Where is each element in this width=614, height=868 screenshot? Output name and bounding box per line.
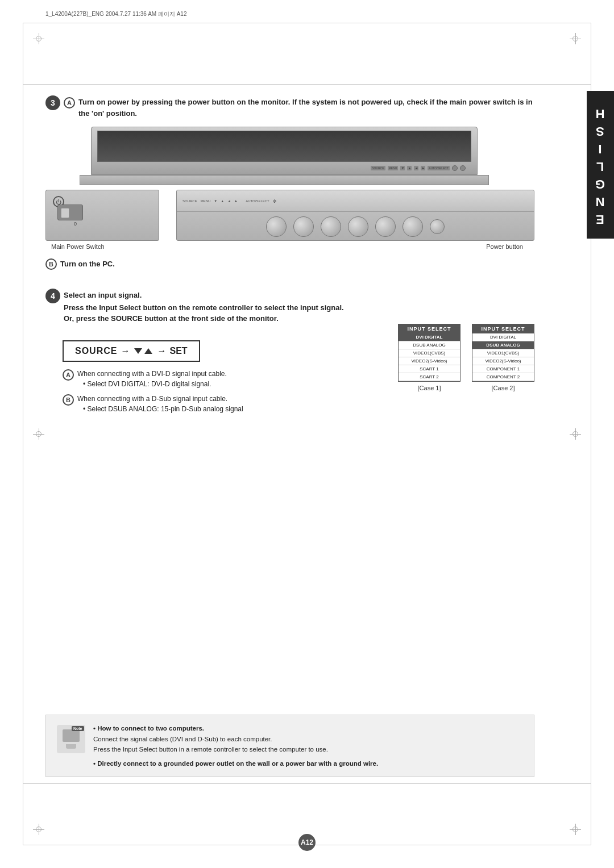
panel-controls-top: SOURCE MENU ▼ ▲ ◄ ► AUTO/SELECT ⏻ xyxy=(177,190,534,212)
step4-title: Select an input signal. xyxy=(64,290,344,301)
arrow2: → xyxy=(157,346,166,356)
case1-label: [Case 1] xyxy=(398,385,460,391)
step4-item-b: B When connecting with a D-Sub signal in… xyxy=(63,394,534,414)
note-box: Note • How to connect to two computers. … xyxy=(45,715,534,777)
main-power-switch-label: Main Power Switch xyxy=(45,243,159,250)
panel-btn-2 xyxy=(293,216,314,237)
labels-row: Main Power Switch Power button xyxy=(45,243,534,250)
note-line1: Connect the signal cables (DVI and D-Sub… xyxy=(93,736,272,742)
ctrl-source: SOURCE xyxy=(371,166,385,170)
content-area: 3 A Turn on power by pressing the power … xyxy=(45,45,569,823)
case2-item-0: DVI DIGITAL xyxy=(472,333,534,341)
panel-right: SOURCE MENU ▼ ▲ ◄ ► AUTO/SELECT ⏻ xyxy=(176,190,534,241)
crosshair-bl xyxy=(33,824,44,835)
ctrl-right: ► xyxy=(421,166,425,170)
monitor-base xyxy=(80,175,489,185)
ctrl-left: ◄ xyxy=(414,166,418,170)
source-word: SOURCE xyxy=(75,346,117,356)
case1-item-0: DVI DIGITAL xyxy=(399,333,460,341)
monitor-illustration: SOURCE MENU ▼ ▲ ◄ ► AUTO/SELECT xyxy=(45,127,534,250)
panel-btn-7 xyxy=(430,219,445,234)
ctrl-up: ▲ xyxy=(407,166,412,170)
step3-section: 3 A Turn on power by pressing the power … xyxy=(45,97,534,270)
triangle-up xyxy=(144,348,152,354)
case1-container: INPUT SELECT DVI DIGITAL DSUB ANALOG VID… xyxy=(398,324,460,391)
case2-item-5: COMPONENT 2 xyxy=(472,373,534,381)
case1-item-2: VIDEO1(CVBS) xyxy=(399,349,460,357)
power-button-label: Power button xyxy=(176,243,534,250)
switch-knob xyxy=(61,208,69,218)
case1-item-3: VIDEO2(S-Video) xyxy=(399,357,460,365)
ctrl-menu: MENU xyxy=(388,166,399,170)
step4-header: 4 Select an input signal. Press the Inpu… xyxy=(45,290,534,324)
step4-badge-b: B xyxy=(63,394,74,406)
step4-item-a-text: When connecting with a DVI-D signal inpu… xyxy=(77,369,227,389)
note-bullet1: • How to connect to two computers. Conne… xyxy=(93,723,525,754)
source-diagram: SOURCE → → SET xyxy=(63,340,200,362)
step4-item-b-bullet: • Select DSUB ANALOG: 15-pin D-Sub analo… xyxy=(83,405,243,413)
step3-badge-a: A xyxy=(64,97,75,108)
note-content: • How to connect to two computers. Conne… xyxy=(93,723,525,769)
monitor-controls: SOURCE MENU ▼ ▲ ◄ ► AUTO/SELECT xyxy=(371,165,466,171)
crosshair-ml xyxy=(33,428,44,440)
monitor-top-view: SOURCE MENU ▼ ▲ ◄ ► AUTO/SELECT xyxy=(91,127,478,175)
note-icon: Note xyxy=(57,725,85,753)
crosshair-tr xyxy=(570,33,581,44)
note-icon-container: Note xyxy=(55,723,86,754)
english-tab-text: ENGLISH xyxy=(593,103,608,227)
step3-header: 3 A Turn on power by pressing the power … xyxy=(45,97,534,119)
step4-number: 4 xyxy=(45,289,60,303)
set-word: SET xyxy=(169,346,187,356)
case2-item-2: VIDEO1(CVBS) xyxy=(472,349,534,357)
note-bullet2: • Directly connect to a grounded power o… xyxy=(93,758,525,769)
crosshair-br xyxy=(570,824,581,835)
case2-container: INPUT SELECT DVI DIGITAL DSUB ANALOG VID… xyxy=(472,324,534,391)
panel-btn-6 xyxy=(403,216,423,237)
crosshair-mr xyxy=(570,428,581,440)
input-select-area: INPUT SELECT DVI DIGITAL DSUB ANALOG VID… xyxy=(398,324,534,391)
ctrl-auto: AUTO/SELECT xyxy=(428,166,450,170)
power-switch: 0 xyxy=(57,205,83,220)
monitor-screen xyxy=(97,131,471,162)
ctrl-circle1 xyxy=(452,165,458,171)
panel-btn-5 xyxy=(375,216,396,237)
step3b: B Turn on the PC. xyxy=(45,258,534,270)
case2-box: INPUT SELECT DVI DIGITAL DSUB ANALOG VID… xyxy=(472,324,534,382)
step4-item-b-text: When connecting with a D-Sub signal inpu… xyxy=(77,394,243,414)
case1-box: INPUT SELECT DVI DIGITAL DSUB ANALOG VID… xyxy=(398,324,460,382)
case1-header: INPUT SELECT xyxy=(399,324,460,333)
panel-btn-1 xyxy=(266,216,287,237)
file-info: 1_L4200A(227B)_ENG 2004.7.27 11:36 AM 페이… xyxy=(45,10,187,18)
panel-btn-3 xyxy=(321,216,341,237)
case1-item-4: SCART 1 xyxy=(399,365,460,373)
panel-buttons xyxy=(177,212,534,241)
note-label: Note xyxy=(72,726,84,731)
case2-item-4: COMPONENT 1 xyxy=(472,365,534,373)
page-number: A12 xyxy=(298,834,316,851)
step3-text: Turn on power by pressing the power butt… xyxy=(78,97,534,119)
ctrl-circle2 xyxy=(460,165,466,171)
ctrl-down: ▼ xyxy=(400,166,405,170)
step4-item-a-bullet: • Select DVI DIGITAL: DVI-D digital sign… xyxy=(83,380,211,388)
step3b-badge: B xyxy=(45,258,57,270)
note-line2: Press the Input Select button in a remot… xyxy=(93,746,328,753)
panel-left: ⏻ 0 xyxy=(45,190,159,241)
case1-item-1: DSUB ANALOG xyxy=(399,341,460,349)
triangle-down xyxy=(134,348,142,354)
step3-number: 3 xyxy=(45,95,60,110)
case2-item-3: VIDEO2(S-Video) xyxy=(472,357,534,365)
case2-label: [Case 2] xyxy=(472,385,534,391)
case1-item-5: SCART 2 xyxy=(399,373,460,381)
step3b-text: Turn on the PC. xyxy=(60,258,115,270)
english-tab: ENGLISH xyxy=(587,91,614,239)
panels-row: ⏻ 0 SOURCE MENU ▼ ▲ ◄ ► AUTO/S xyxy=(45,190,534,241)
step4-description: Press the Input Select button on the rem… xyxy=(64,302,344,324)
crosshair-tl xyxy=(33,33,44,44)
panel-btn-4 xyxy=(348,216,368,237)
arrow1: → xyxy=(121,346,130,356)
case2-item-1: DSUB ANALOG xyxy=(472,341,534,349)
switch-label: 0 xyxy=(74,221,77,227)
step4-badge-a: A xyxy=(63,369,74,381)
case2-header: INPUT SELECT xyxy=(472,324,534,333)
